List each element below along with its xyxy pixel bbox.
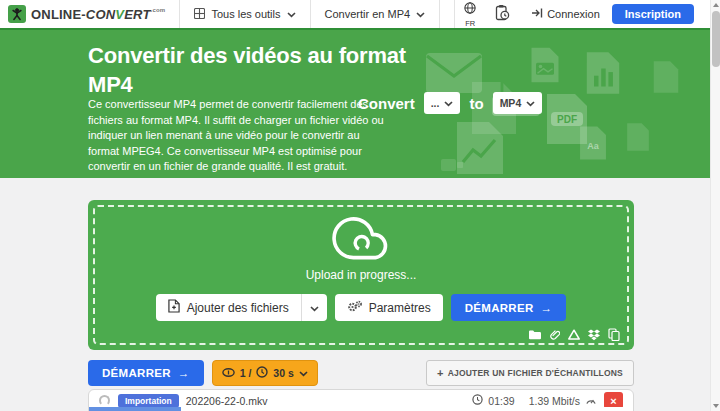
start-label: DÉMARRER xyxy=(465,302,534,314)
file-list-card: Importation 202206-22-0.mkv 01:39 1.39 M… xyxy=(88,389,634,411)
login-icon xyxy=(531,7,543,21)
link-icon[interactable] xyxy=(549,329,560,341)
navbar: ONLINE-CONVERT.com Tous les outils Conve… xyxy=(0,0,710,28)
chevron-down-icon xyxy=(310,301,319,315)
start-button-uploader[interactable]: DÉMARRER → xyxy=(451,294,567,321)
decor-file-icon xyxy=(440,155,464,178)
add-files-dropdown-toggle[interactable] xyxy=(301,294,327,321)
credit-usage-badge[interactable]: 1 / 30 s xyxy=(212,360,318,386)
upload-progress-bar xyxy=(89,407,181,411)
close-icon: × xyxy=(610,395,616,407)
page-description: Ce convertisseur MP4 permet de convertir… xyxy=(88,97,392,175)
menu-convert-mp4-label: Convertir en MP4 xyxy=(325,8,411,20)
to-label: to xyxy=(469,95,483,112)
clock-icon xyxy=(256,366,268,380)
menu-convert-mp4[interactable]: Convertir en MP4 xyxy=(311,0,440,28)
paste-icon[interactable] xyxy=(608,328,620,341)
upload-status-text: Upload in progress... xyxy=(306,268,417,282)
add-files-label: Ajouter des fichiers xyxy=(187,301,289,315)
page: ONLINE-CONVERT.com Tous les outils Conve… xyxy=(0,0,710,411)
scrollbar[interactable] xyxy=(710,0,720,411)
credit-duration: 30 s xyxy=(273,367,293,379)
logo-person-icon xyxy=(8,5,26,23)
decor-image-file-icon xyxy=(530,46,560,88)
file-plus-icon xyxy=(168,299,180,316)
source-format-select[interactable]: ... xyxy=(424,92,461,114)
language-selector[interactable]: FR xyxy=(455,0,485,28)
coin-icon xyxy=(222,367,235,379)
arrow-right-icon: → xyxy=(541,302,553,314)
decor-chart-file-icon xyxy=(585,50,621,100)
action-bar: DÉMARRER → 1 / 30 s + AJOUTER UN FICHIER… xyxy=(88,360,634,386)
chevron-down-icon xyxy=(526,97,535,109)
login-link[interactable]: Connexion xyxy=(519,0,612,28)
convert-label: Convert xyxy=(358,95,415,112)
decor-film-icon xyxy=(625,122,651,156)
google-drive-icon[interactable] xyxy=(568,329,580,340)
start-label: DÉMARRER xyxy=(102,367,171,379)
upload-progress-track xyxy=(89,407,633,411)
settings-button[interactable]: Paramètres xyxy=(335,294,443,321)
start-button[interactable]: DÉMARRER → xyxy=(88,360,204,386)
status-badge: Importation xyxy=(118,394,179,408)
clock-icon xyxy=(472,394,483,407)
add-sample-file-label: AJOUTER UN FICHIER D'ÉCHANTILLONS xyxy=(448,368,623,378)
menu-all-tools[interactable]: Tous les outils xyxy=(180,0,309,28)
upload-dropzone[interactable]: Upload in progress... Ajouter des fichie… xyxy=(88,200,634,350)
clipboard-clock-icon xyxy=(494,4,510,25)
navbar-right: FR Connexion Inscription xyxy=(454,0,710,28)
chevron-down-icon xyxy=(299,367,308,379)
loading-spinner-icon xyxy=(99,395,110,406)
chevron-down-icon xyxy=(416,8,425,20)
chevron-down-icon xyxy=(287,8,296,20)
signup-button[interactable]: Inscription xyxy=(612,4,694,24)
logo-text: ONLINE-CONVERT.com xyxy=(31,7,165,22)
logo[interactable]: ONLINE-CONVERT.com xyxy=(0,0,179,28)
menu-all-tools-label: Tous les outils xyxy=(211,8,280,20)
folder-icon[interactable] xyxy=(528,329,541,340)
upload-cloud-icon xyxy=(331,214,391,264)
decor-pdf-label: PDF xyxy=(551,112,583,126)
task-history-button[interactable] xyxy=(485,0,519,28)
gears-icon xyxy=(347,300,362,316)
elapsed-time: 01:39 xyxy=(488,395,514,407)
credit-count: 1 / xyxy=(240,367,252,379)
arrow-right-icon: → xyxy=(178,367,190,379)
upload-speed: 1.39 Mbit/s xyxy=(529,395,580,407)
decor-aa-label: Aa xyxy=(583,140,603,152)
language-label: FR xyxy=(465,19,475,28)
plus-icon: + xyxy=(437,367,444,379)
target-format-select[interactable]: MP4 xyxy=(493,92,543,114)
scrollbar-thumb[interactable] xyxy=(712,11,720,67)
convert-selector-row: Convert ... to MP4 xyxy=(358,92,542,114)
decor-file-icon xyxy=(652,60,680,98)
divider xyxy=(439,0,440,28)
page-title: Convertir des vidéos au format MP4 xyxy=(88,42,433,99)
upload-sources xyxy=(528,328,620,341)
speed-gauge-icon xyxy=(585,395,597,407)
hero-section: JPG PDF Aa Convertir des vidéos au forma… xyxy=(0,28,710,178)
file-name: 202206-22-0.mkv xyxy=(186,395,268,407)
source-format-value: ... xyxy=(431,97,440,109)
login-label: Connexion xyxy=(547,8,600,20)
file-meta: 01:39 1.39 Mbit/s xyxy=(472,394,597,407)
scrollbar-up-arrow[interactable] xyxy=(711,0,720,10)
dropbox-icon[interactable] xyxy=(588,329,600,341)
settings-label: Paramètres xyxy=(369,301,431,315)
chevron-down-icon xyxy=(444,97,453,109)
target-format-value: MP4 xyxy=(500,97,522,109)
grid-icon xyxy=(194,8,205,21)
add-files-button[interactable]: Ajouter des fichiers xyxy=(156,294,327,321)
add-sample-file-button[interactable]: + AJOUTER UN FICHIER D'ÉCHANTILLONS xyxy=(426,360,634,386)
scrollbar-down-arrow[interactable] xyxy=(711,401,720,411)
globe-icon xyxy=(464,0,476,18)
